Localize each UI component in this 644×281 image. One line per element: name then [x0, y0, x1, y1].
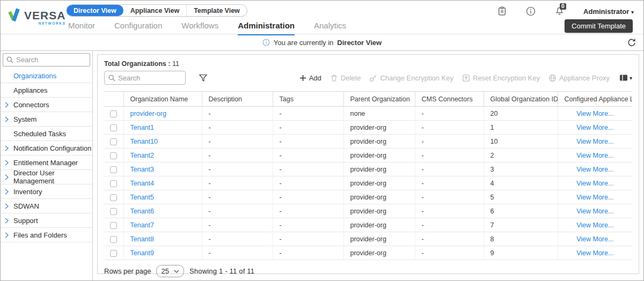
description-value: - — [209, 194, 211, 201]
sidebar-item-notification-configuration[interactable]: Notification Configuration — [1, 141, 92, 156]
org-name-link[interactable]: Tenant5 — [130, 194, 154, 201]
reset-encryption-key-button[interactable]: Reset Encryption Key — [462, 74, 540, 82]
row-checkbox[interactable] — [110, 138, 117, 145]
nav-administration[interactable]: Administration — [238, 21, 295, 35]
sidebar-item-organizations[interactable]: Organizations — [1, 69, 92, 83]
sidebar-item-support[interactable]: Support — [1, 213, 92, 228]
sidebar-item-scheduled-tasks[interactable]: Scheduled Tasks — [1, 127, 92, 141]
parent-organization-value: provider-org — [350, 166, 386, 173]
org-name-link[interactable]: Tenant10 — [130, 138, 158, 145]
org-name-link[interactable]: Tenant1 — [130, 124, 154, 131]
org-name-link-cell: Tenant2 — [123, 149, 202, 162]
view-more-link[interactable]: View More... — [576, 249, 613, 257]
description-value-cell: - — [202, 121, 273, 135]
view-more-link[interactable]: View More... — [576, 110, 613, 117]
column-header-global-organization-id[interactable]: Global Organization ID — [484, 92, 558, 107]
row-checkbox[interactable] — [110, 222, 117, 229]
org-name-link[interactable]: Tenant3 — [130, 166, 154, 173]
cms-connectors-value-cell: - — [415, 162, 484, 176]
refresh-icon[interactable] — [627, 38, 636, 47]
description-value: - — [209, 138, 211, 145]
column-picker-button[interactable]: ▾ — [619, 74, 632, 82]
notifications-bell-icon[interactable]: 0 — [555, 6, 564, 16]
org-name-link[interactable]: Tenant2 — [130, 152, 154, 159]
column-header-parent-organization[interactable]: Parent Organization — [343, 92, 415, 107]
row-checkbox[interactable] — [110, 110, 117, 117]
sidebar-item-label: Connectors — [13, 101, 49, 109]
sidebar-item-inventory[interactable]: Inventory — [1, 184, 92, 199]
table-search-input[interactable] — [118, 74, 177, 82]
nav-monitor[interactable]: Monitor — [68, 21, 95, 35]
nav-workflows[interactable]: Workflows — [181, 21, 218, 35]
description-value-cell: - — [202, 246, 273, 260]
tab-appliance-view[interactable]: Appliance View — [123, 5, 187, 16]
view-more-link[interactable]: View More... — [576, 138, 613, 145]
global-organization-id-value-cell: 10 — [484, 135, 558, 149]
org-name-link[interactable]: Tenant6 — [130, 208, 154, 215]
org-name-link[interactable]: provider-org — [130, 110, 166, 117]
cms-connectors-value: - — [422, 194, 424, 201]
sidebar-item-entitlement-manager[interactable]: Entitlement Manager — [1, 156, 92, 170]
change-encryption-key-button[interactable]: Change Encryption Key — [369, 74, 453, 82]
cms-connectors-value: - — [422, 124, 424, 131]
column-header-organization-name[interactable]: Organization Name — [123, 92, 202, 107]
description-value: - — [209, 110, 211, 117]
org-name-link[interactable]: Tenant9 — [130, 249, 154, 257]
row-checkbox[interactable] — [110, 250, 117, 257]
add-button[interactable]: Add — [299, 74, 321, 82]
column-header-cms-connectors[interactable]: CMS Connectors — [415, 92, 484, 107]
parent-organization-value: provider-org — [350, 138, 386, 145]
parent-organization-value-cell: none — [343, 107, 415, 121]
view-more-link-cell: View More... — [558, 162, 632, 176]
nav-configuration[interactable]: Configuration — [114, 21, 162, 35]
org-name-link[interactable]: Tenant7 — [130, 221, 154, 229]
sidebar-search-input[interactable] — [16, 56, 80, 64]
cms-connectors-value-cell: - — [415, 176, 484, 190]
global-organization-id-value-cell: 9 — [484, 246, 558, 260]
row-checkbox-cell — [104, 121, 123, 135]
row-checkbox[interactable] — [110, 124, 117, 131]
tab-director-view[interactable]: Director View — [67, 5, 123, 16]
sidebar-item-sdwan[interactable]: SDWAN — [1, 199, 92, 213]
sidebar-item-files-and-folders[interactable]: Files and Folders — [1, 228, 92, 242]
appliance-proxy-button[interactable]: Appliance Proxy — [548, 74, 610, 82]
sidebar-item-appliances[interactable]: Appliances — [1, 83, 92, 98]
view-more-link[interactable]: View More... — [576, 166, 613, 173]
view-more-link[interactable]: View More... — [576, 221, 613, 229]
view-more-link[interactable]: View More... — [576, 180, 613, 187]
filter-funnel-icon[interactable] — [199, 74, 208, 82]
tasks-clipboard-icon[interactable] — [497, 6, 507, 16]
view-more-link-cell: View More... — [558, 135, 632, 149]
description-value: - — [209, 208, 211, 215]
sidebar-item-connectors[interactable]: Connectors — [1, 98, 92, 112]
view-more-link-cell: View More... — [558, 218, 632, 232]
commit-template-button[interactable]: Commit Template — [565, 19, 633, 33]
row-checkbox[interactable] — [110, 208, 117, 215]
chevron-right-icon — [5, 189, 9, 195]
tab-template-view[interactable]: Template View — [187, 5, 247, 16]
column-header-description[interactable]: Description — [202, 92, 273, 107]
row-checkbox[interactable] — [110, 236, 117, 243]
user-menu[interactable]: Administrator ▾ — [583, 8, 634, 16]
org-name-link[interactable]: Tenant4 — [130, 180, 154, 187]
parent-organization-value: provider-org — [350, 180, 386, 187]
row-checkbox[interactable] — [110, 180, 117, 187]
row-checkbox[interactable] — [110, 166, 117, 173]
rows-per-page-select[interactable]: 25 — [156, 265, 184, 277]
row-checkbox[interactable] — [110, 152, 117, 159]
view-more-link[interactable]: View More... — [576, 124, 613, 131]
view-more-link[interactable]: View More... — [576, 194, 613, 201]
view-more-link[interactable]: View More... — [576, 152, 613, 159]
sidebar-item-system[interactable]: System — [1, 112, 92, 127]
nav-analytics[interactable]: Analytics — [314, 21, 346, 35]
column-header-configured-appliance-ldap-pr[interactable]: Configured Appliance LDAP Pr — [558, 92, 632, 107]
delete-button[interactable]: Delete — [330, 74, 361, 82]
view-more-link[interactable]: View More... — [576, 235, 613, 243]
org-name-link[interactable]: Tenant8 — [130, 235, 154, 243]
column-header-tags[interactable]: Tags — [273, 92, 343, 107]
row-checkbox[interactable] — [110, 194, 117, 201]
cms-connectors-value-cell: - — [415, 121, 484, 135]
info-icon[interactable] — [526, 6, 536, 16]
sidebar-item-director-user-management[interactable]: Director User Management — [1, 170, 92, 184]
view-more-link[interactable]: View More... — [576, 208, 613, 215]
